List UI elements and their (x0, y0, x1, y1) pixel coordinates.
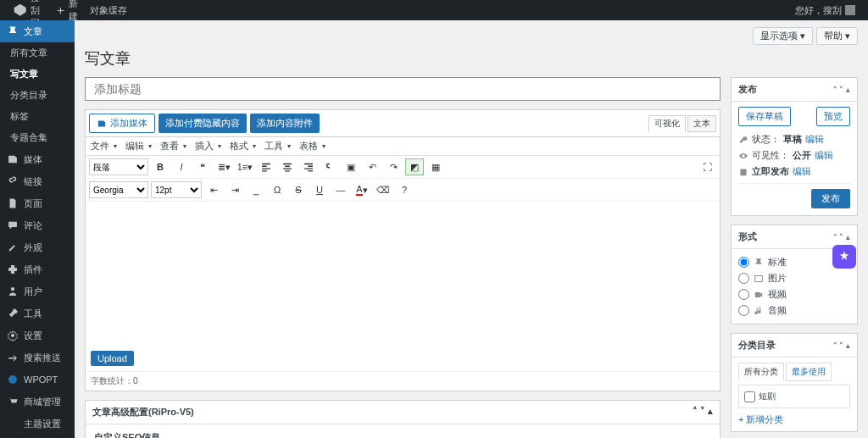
font-family-select[interactable]: Georgia (89, 181, 148, 198)
calendar-icon (738, 167, 748, 177)
menu-seo-push[interactable]: 搜索推送 (0, 347, 75, 369)
menu-users[interactable]: 用户 (0, 280, 75, 302)
image-button[interactable]: ▣ (342, 158, 360, 175)
edit-schedule-link[interactable]: 编辑 (793, 165, 811, 178)
cat-tab-popular[interactable]: 最多使用 (786, 363, 832, 381)
categories-box-heading[interactable]: 分类目录˄ ˅ ▴ (732, 334, 857, 358)
quote-button[interactable]: ❝ (193, 158, 212, 175)
wordcount-status: 字数统计：0 (86, 371, 720, 391)
ol-button[interactable]: 1≡▾ (236, 158, 254, 175)
preview-button[interactable]: 预览 (816, 107, 850, 126)
submenu-topics[interactable]: 专题合集 (0, 127, 75, 148)
adminbar-new[interactable]: 新建 (50, 0, 84, 20)
tab-visual[interactable]: 可视化 (648, 115, 686, 132)
adminbar-account[interactable]: 您好，搜刮 (789, 0, 861, 20)
menu-edit[interactable]: 编辑 (125, 140, 152, 152)
adminbar-cache[interactable]: 对象缓存 (84, 0, 133, 20)
media-icon (7, 153, 19, 165)
add-paid-content-button[interactable]: 添加付费隐藏内容 (159, 114, 247, 133)
assistant-fab[interactable] (832, 245, 856, 269)
menu-plugins[interactable]: 插件 (0, 258, 75, 280)
align-right-button[interactable] (299, 158, 318, 175)
svg-point-2 (8, 375, 17, 384)
underline-button[interactable]: U (310, 181, 329, 198)
ripro-heading[interactable]: 文章高级配置(RiPro-V5)˄ ˅ ▴ (86, 401, 720, 424)
adminbar-site[interactable]: 搜刮网 (7, 0, 50, 20)
menu-pages[interactable]: 页面 (0, 192, 75, 214)
hr-button[interactable]: — (331, 181, 350, 198)
upload-button[interactable]: Upload (91, 351, 134, 366)
ul-button[interactable]: ≣▾ (214, 158, 233, 175)
undo-button[interactable]: ↶ (363, 158, 381, 175)
menu-view[interactable]: 查看 (160, 140, 186, 152)
menu-file[interactable]: 文件 (91, 140, 117, 152)
svg-point-0 (11, 287, 14, 291)
paragraph-select[interactable]: 段落 (89, 158, 148, 175)
add-category-link[interactable]: + 新增分类 (738, 414, 783, 424)
align-left-button[interactable] (257, 158, 275, 175)
submenu-all-posts[interactable]: 所有文章 (0, 42, 75, 64)
add-attachment-button[interactable]: 添加内容附件 (250, 114, 320, 133)
submenu-add-post[interactable]: 写文章 (0, 64, 75, 85)
redo-button[interactable]: ↷ (384, 158, 403, 175)
cat-item[interactable]: 短剧 (744, 391, 844, 402)
menu-collapse[interactable]: 收起菜单 (0, 435, 75, 438)
text-color-button[interactable]: A▾ (353, 181, 371, 198)
indent-button[interactable]: ⇥ (225, 181, 244, 198)
screen-options-button[interactable]: 显示选项 ▾ (753, 27, 813, 45)
menu-theme-settings[interactable]: 主题设置 (0, 413, 75, 435)
edit-visibility-link[interactable]: 编辑 (815, 149, 833, 162)
cat-tab-all[interactable]: 所有分类 (738, 363, 784, 381)
menu-insert[interactable]: 插入 (195, 140, 221, 152)
menu-wpopt[interactable]: WPOPT (0, 369, 75, 391)
bold-button[interactable]: B (151, 158, 170, 175)
align-center-button[interactable] (278, 158, 297, 175)
plugin-icon (7, 263, 19, 275)
strike-button[interactable]: S (289, 181, 308, 198)
menu-links[interactable]: 链接 (0, 170, 75, 192)
toolbar-toggle-button[interactable]: ▦ (426, 158, 445, 175)
publish-button[interactable]: 发布 (811, 189, 850, 208)
post-title-input[interactable] (85, 77, 721, 101)
menu-format[interactable]: 格式 (230, 140, 256, 152)
menu-tools[interactable]: 工具 (264, 140, 291, 152)
menu-posts[interactable]: 文章 (0, 20, 75, 42)
help-button[interactable]: 帮助 ▾ (816, 27, 858, 45)
link-button[interactable] (320, 158, 339, 175)
cart-icon (7, 396, 19, 408)
save-draft-button[interactable]: 保存草稿 (738, 107, 791, 126)
font-size-select[interactable]: 12pt (151, 181, 202, 198)
user-icon (7, 286, 19, 297)
avatar (845, 5, 855, 15)
menu-table[interactable]: 表格 (299, 140, 326, 152)
charmap-button[interactable]: Ω (268, 181, 287, 198)
pagebreak-button[interactable]: ⎯ (247, 181, 265, 198)
format-video-radio[interactable] (738, 289, 749, 300)
submenu-tags[interactable]: 标签 (0, 106, 75, 127)
key-icon (738, 135, 748, 145)
format-image-radio[interactable] (738, 273, 749, 284)
outdent-button[interactable]: ⇤ (204, 181, 223, 198)
publish-box-heading[interactable]: 发布˄ ˅ ▴ (732, 78, 857, 102)
add-media-button[interactable]: 添加媒体 (89, 114, 155, 133)
menu-comments[interactable]: 评论 (0, 214, 75, 236)
special-button[interactable]: ◩ (405, 158, 424, 175)
menu-settings[interactable]: 设置 (0, 324, 75, 347)
pin-icon (7, 25, 19, 37)
menu-appearance[interactable]: 外观 (0, 236, 75, 258)
tab-text[interactable]: 文本 (687, 115, 716, 132)
editor-body[interactable] (86, 202, 720, 346)
edit-status-link[interactable]: 编辑 (805, 133, 824, 146)
menu-tools[interactable]: 工具 (0, 302, 75, 324)
submenu-categories[interactable]: 分类目录 (0, 85, 75, 106)
menu-media[interactable]: 媒体 (0, 148, 75, 170)
format-standard-radio[interactable] (738, 257, 749, 268)
help-toolbar-button[interactable]: ? (395, 181, 414, 198)
format-audio-radio[interactable] (738, 305, 749, 316)
italic-button[interactable]: I (172, 158, 191, 175)
menu-mall[interactable]: 商城管理 (0, 391, 75, 413)
clear-format-button[interactable]: ⌫ (374, 181, 392, 198)
svg-rect-4 (755, 275, 762, 281)
fullscreen-button[interactable]: ⛶ (698, 158, 716, 175)
audio-icon (754, 306, 764, 316)
